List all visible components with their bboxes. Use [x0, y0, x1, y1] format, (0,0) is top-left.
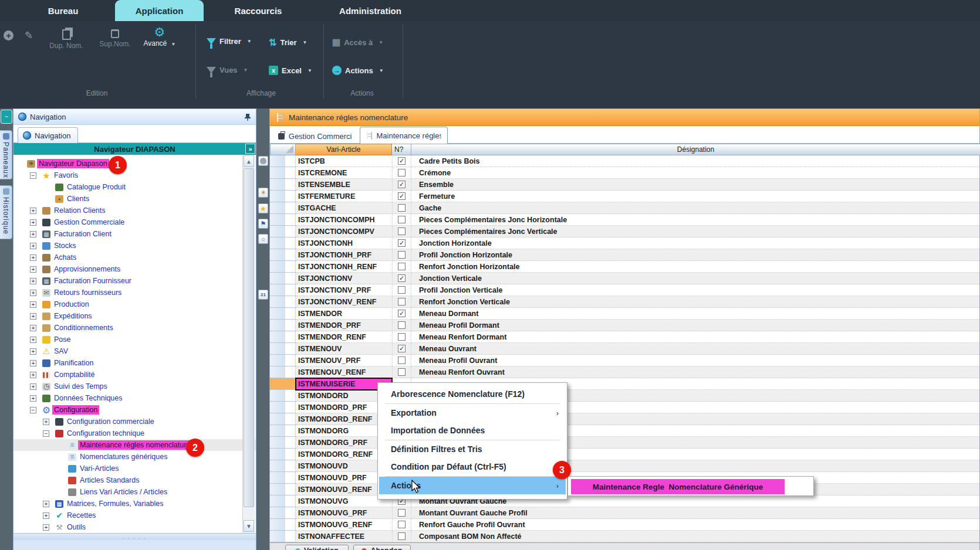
cell-checkbox[interactable]: ✓	[392, 179, 411, 191]
cell-vari-article[interactable]: ISTJONCTIONH_PRF	[296, 249, 392, 261]
expand-icon[interactable]: +	[30, 208, 36, 214]
cell-vari-article[interactable]: ISTMONOUVG_PRF	[296, 507, 392, 519]
expand-icon[interactable]: +	[30, 278, 36, 284]
cell-vari-article[interactable]: ISTJONCTIONH_RENF	[296, 261, 392, 273]
scroll-down-arrow[interactable]: ▼	[244, 520, 254, 532]
row-header-cell[interactable]	[270, 249, 296, 261]
cell-checkbox[interactable]	[392, 249, 411, 261]
checkbox-unchecked[interactable]	[398, 286, 405, 294]
tree-item-recettes[interactable]: +✔Recettes	[13, 510, 256, 521]
cell-checkbox[interactable]	[392, 507, 411, 519]
cell-designation[interactable]: Meneau Renfort Ouvrant	[411, 366, 979, 378]
tree-item-outils[interactable]: +⚒Outils	[13, 521, 256, 533]
cell-checkbox[interactable]	[392, 284, 411, 296]
expand-icon[interactable]: +	[30, 395, 36, 402]
cell-checkbox[interactable]	[392, 167, 411, 179]
expand-icon[interactable]: +	[30, 254, 36, 261]
cell-designation[interactable]: Renfort Jonction Verticale	[411, 296, 979, 308]
checkbox-checked[interactable]: ✓	[398, 181, 405, 188]
navigator-more-button[interactable]: »	[245, 144, 255, 154]
checkbox-unchecked[interactable]	[398, 357, 405, 364]
cell-vari-article[interactable]: ISTMENOUV	[296, 343, 392, 355]
tree-item-clients[interactable]: ●Clients	[13, 193, 256, 205]
cell-checkbox[interactable]	[392, 214, 411, 226]
tree-item-stocks[interactable]: +Stocks	[13, 240, 256, 252]
expand-icon[interactable]: +	[30, 337, 36, 343]
table-row[interactable]: ISTJONCTIONV_PRFProfil Jonction Vertical…	[270, 284, 979, 296]
panel-collapse-button[interactable]: ~	[1, 110, 12, 124]
row-header-cell[interactable]	[270, 495, 296, 507]
actions-button[interactable]: →Actions▼	[332, 66, 384, 75]
cell-vari-article[interactable]: ISTCPB	[296, 155, 392, 167]
cell-designation[interactable]: Composant BOM Non Affecté	[411, 531, 979, 542]
checkbox-unchecked[interactable]	[398, 204, 405, 212]
cell-checkbox[interactable]	[392, 331, 411, 343]
expand-icon[interactable]: +	[43, 501, 49, 507]
favorites-star-icon[interactable]: ★	[258, 203, 268, 213]
checkbox-unchecked[interactable]	[398, 532, 405, 540]
tree-item-suivi-des-temps[interactable]: +◷Suivi des Temps	[13, 381, 256, 392]
document-tab-1[interactable]: Gestion Commerciale ...	[272, 128, 357, 144]
row-header-cell[interactable]	[270, 519, 296, 531]
table-row[interactable]: ISTJONCTIONCOMPVPieces Complémentaires J…	[270, 226, 979, 237]
checkbox-unchecked[interactable]	[398, 216, 405, 223]
table-row[interactable]: ISTMONOUVG_RENFRenfort Gauche Profil Ouv…	[270, 519, 979, 531]
row-header-cell[interactable]	[270, 484, 296, 495]
row-header-cell[interactable]	[270, 273, 296, 284]
tree-item-production[interactable]: +Production	[13, 298, 256, 310]
table-corner-cell[interactable]	[270, 144, 296, 155]
cell-designation[interactable]: Profil Jonction Verticale	[411, 284, 979, 296]
cell-vari-article[interactable]: ISTMENDOR	[296, 308, 392, 320]
row-header-cell[interactable]	[270, 167, 296, 179]
tree-item-matrices-formules-variables[interactable]: +▦Matrices, Formules, Variables	[13, 498, 256, 510]
row-header-cell[interactable]	[270, 155, 296, 167]
row-header-cell[interactable]	[270, 343, 296, 355]
row-header-cell[interactable]	[270, 378, 296, 390]
cell-designation[interactable]: Gache	[411, 202, 979, 214]
table-row[interactable]: ISTMENDOR_PRFMeneau Profil Dormant	[270, 320, 979, 331]
pin-icon[interactable]	[244, 113, 251, 121]
excel-button[interactable]: xExcel▼	[269, 66, 312, 75]
cell-designation[interactable]: Crémone	[411, 167, 979, 179]
checkbox-checked[interactable]: ✓	[398, 239, 405, 247]
tree-item-liens-vari-articles-articles[interactable]: Liens Vari Articles / Articles	[13, 486, 256, 498]
cell-vari-article[interactable]: ISTMONOUVG_RENF	[296, 519, 392, 531]
column-header-designation[interactable]: Désignation	[411, 144, 980, 155]
table-row[interactable]: ISTNONAFFECTEEComposant BOM Non Affecté	[270, 531, 979, 542]
cell-checkbox[interactable]: ✓	[392, 191, 411, 202]
cell-checkbox[interactable]	[392, 531, 411, 542]
expand-icon[interactable]: +	[30, 372, 36, 378]
row-header-cell[interactable]	[270, 284, 296, 296]
table-row[interactable]: ISTMONDORD_RENF	[270, 413, 979, 425]
cell-designation[interactable]: Montant Ouvrant Gauche Profil	[411, 507, 979, 519]
submenu-item-maintenance-regle[interactable]: Maintenance Regle Nomenclature Générique	[571, 479, 785, 494]
row-header-cell[interactable]	[270, 237, 296, 249]
expand-icon[interactable]: +	[30, 301, 36, 308]
tree-item-nomenclatures-g-n-riques[interactable]: ≡Nomenclatures génériques	[13, 451, 256, 463]
tree-item-catalogue-produit[interactable]: Catalogue Produit	[13, 181, 256, 193]
cell-vari-article[interactable]: ISTNONAFFECTEE	[296, 531, 392, 542]
cell-designation[interactable]: Meneau Profil Ouvrant	[411, 355, 979, 366]
avance-button[interactable]: ⚙Avancé ▼	[133, 27, 186, 47]
search-icon[interactable]: ○	[258, 234, 268, 244]
checkbox-unchecked[interactable]	[398, 169, 405, 176]
cell-vari-article[interactable]: ISTCREMONE	[296, 167, 392, 179]
cell-vari-article[interactable]: ISTJONCTIONV	[296, 273, 392, 284]
document-tab-2[interactable]: Maintenance régles n...	[360, 127, 448, 144]
row-header-cell[interactable]	[270, 437, 296, 449]
menu-item-exportation[interactable]: Exportation›	[379, 404, 566, 422]
trier-button[interactable]: ⇅Trier▼	[269, 37, 307, 48]
tree-item-planification[interactable]: +Planification	[13, 357, 256, 369]
top-tab-bureau[interactable]: Bureau	[23, 0, 103, 21]
expand-icon[interactable]: +	[30, 219, 36, 226]
cell-checkbox[interactable]	[392, 355, 411, 366]
table-row[interactable]: ISTMENOUV_RENFMeneau Renfort Ouvrant	[270, 366, 979, 378]
table-row[interactable]: ISTMENOUV✓Meneau Ouvrant	[270, 343, 979, 355]
tree-item-approvisionnements[interactable]: +Approvisionnements	[13, 263, 256, 275]
top-tab-administration[interactable]: Administration	[320, 0, 421, 21]
table-row[interactable]: ISTMENDOR✓Meneau Dormant	[270, 308, 979, 320]
menu-item-arborescence-nomenclature-f12-[interactable]: Arborescence Nomenclature (F12)	[379, 385, 566, 403]
record-icon[interactable]	[258, 156, 268, 166]
cell-vari-article[interactable]: ISTJONCTIONCOMPV	[296, 226, 392, 237]
cell-vari-article[interactable]: ISTJONCTIONCOMPH	[296, 214, 392, 226]
